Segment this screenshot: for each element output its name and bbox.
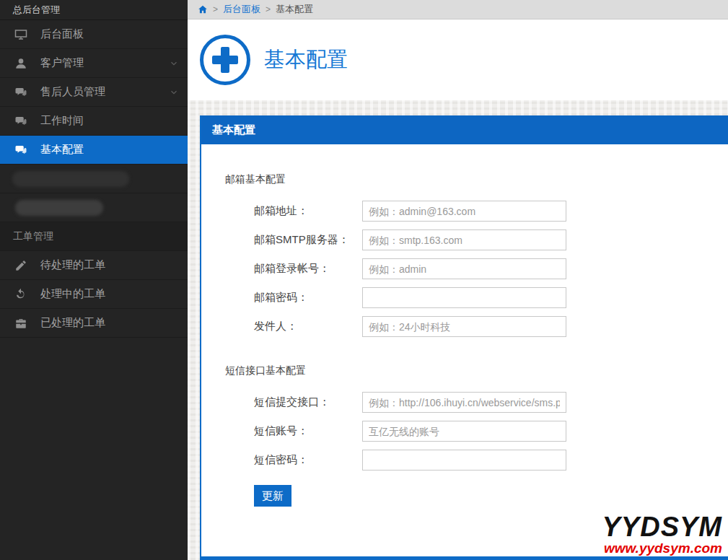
- field-label: 短信账号：: [254, 424, 362, 438]
- form-row-sms-password: 短信密码：: [254, 450, 728, 471]
- config-panel: 基本配置 邮箱基本配置 邮箱地址： 邮箱SMTP服务器： 邮箱登录帐号：: [200, 115, 728, 560]
- sidebar-item-dashboard[interactable]: 后台面板: [0, 20, 188, 49]
- field-label: 短信提交接口：: [254, 395, 362, 409]
- comments-icon: [14, 86, 29, 99]
- plus-circle-icon: [200, 35, 250, 85]
- sms-endpoint-input[interactable]: [362, 392, 566, 413]
- sidebar-item-work-hours[interactable]: 工作时间: [0, 107, 188, 136]
- form-row-email-password: 邮箱密码：: [254, 287, 728, 308]
- sidebar-item-label: 待处理的工单: [40, 258, 105, 272]
- comments-icon: [14, 144, 29, 157]
- sidebar-item-redacted-2[interactable]: [0, 193, 188, 222]
- field-label: 邮箱登录帐号：: [254, 262, 362, 276]
- sidebar-item-aftersales-staff[interactable]: 售后人员管理: [0, 78, 188, 107]
- sidebar: 总后台管理 后台面板 客户管理 售后人员管理: [0, 0, 188, 560]
- watermark-site: www.yydsym.com: [602, 541, 722, 555]
- field-label: 邮箱地址：: [254, 204, 362, 218]
- sidebar-item-done-tickets[interactable]: 已处理的工单: [0, 309, 188, 338]
- form-row-smtp-server: 邮箱SMTP服务器：: [254, 229, 728, 250]
- email-section-label: 邮箱基本配置: [225, 173, 728, 186]
- user-icon: [14, 57, 29, 70]
- form-row-email-address: 邮箱地址：: [254, 201, 728, 222]
- sidebar-item-label: 后台面板: [40, 27, 84, 41]
- redacted-label: [15, 200, 103, 216]
- chevron-down-icon: [169, 87, 179, 97]
- main-content: > 后台面板 > 基本配置 基本配置 基本配置 邮箱基本配置 邮箱地址： 邮箱S…: [188, 0, 728, 560]
- sidebar-item-label: 工作时间: [40, 114, 84, 128]
- sidebar-item-pending-tickets[interactable]: 待处理的工单: [0, 251, 188, 280]
- chevron-down-icon: [169, 58, 179, 69]
- sidebar-item-processing-tickets[interactable]: 处理中的工单: [0, 280, 188, 309]
- breadcrumb-separator: >: [266, 4, 271, 14]
- field-label: 邮箱密码：: [254, 291, 362, 305]
- sms-account-input[interactable]: [362, 421, 566, 442]
- sidebar-item-customers[interactable]: 客户管理: [0, 49, 188, 78]
- sidebar-item-label: 处理中的工单: [40, 287, 105, 301]
- sms-password-input[interactable]: [362, 450, 566, 471]
- field-label: 邮箱SMTP服务器：: [254, 233, 362, 247]
- email-password-input[interactable]: [362, 287, 566, 308]
- form-row-sms-endpoint: 短信提交接口：: [254, 392, 728, 413]
- form-row-sms-account: 短信账号：: [254, 421, 728, 442]
- watermark-brand: YYDSYM: [602, 513, 722, 541]
- refresh-icon: [14, 288, 29, 301]
- workspace-background: 基本配置 邮箱基本配置 邮箱地址： 邮箱SMTP服务器： 邮箱登录帐号：: [188, 100, 728, 560]
- sms-section-label: 短信接口基本配置: [225, 364, 728, 377]
- panel-body: 邮箱基本配置 邮箱地址： 邮箱SMTP服务器： 邮箱登录帐号： 邮箱密: [201, 144, 728, 556]
- breadcrumb-link-dashboard[interactable]: 后台面板: [223, 3, 260, 16]
- page-title: 基本配置: [264, 45, 348, 74]
- sidebar-item-label: 基本配置: [40, 143, 84, 157]
- pencil-icon: [14, 259, 29, 272]
- page-header: 基本配置: [188, 19, 728, 100]
- breadcrumb-current: 基本配置: [276, 3, 313, 16]
- sidebar-item-basic-config[interactable]: 基本配置: [0, 136, 188, 165]
- monitor-icon: [14, 28, 29, 41]
- sidebar-section-tickets: 工单管理: [0, 222, 188, 251]
- sidebar-item-label: 售后人员管理: [40, 85, 105, 99]
- form-row-email-account: 邮箱登录帐号：: [254, 258, 728, 279]
- breadcrumb-separator: >: [213, 4, 218, 14]
- sidebar-empty-space: [0, 338, 188, 560]
- redacted-label: [12, 171, 129, 187]
- home-icon[interactable]: [198, 4, 208, 14]
- smtp-server-input[interactable]: [362, 229, 566, 250]
- sidebar-item-label: 已处理的工单: [40, 316, 105, 330]
- sender-name-input[interactable]: [362, 316, 566, 337]
- field-label: 发件人：: [254, 320, 362, 333]
- form-row-sender-name: 发件人：: [254, 316, 728, 337]
- comments-icon: [14, 115, 29, 128]
- update-button[interactable]: 更新: [254, 485, 291, 507]
- sidebar-item-label: 客户管理: [40, 56, 84, 70]
- email-account-input[interactable]: [362, 258, 566, 279]
- briefcase-icon: [14, 317, 29, 330]
- app-window: 总后台管理 后台面板 客户管理 售后人员管理: [0, 0, 728, 560]
- panel-header: 基本配置: [201, 115, 728, 144]
- field-label: 短信密码：: [254, 453, 362, 467]
- watermark: YYDSYM www.yydsym.com: [602, 513, 722, 555]
- breadcrumb: > 后台面板 > 基本配置: [188, 0, 728, 19]
- sidebar-item-redacted-1[interactable]: [0, 165, 188, 193]
- email-address-input[interactable]: [362, 201, 566, 222]
- sidebar-title: 总后台管理: [0, 0, 188, 20]
